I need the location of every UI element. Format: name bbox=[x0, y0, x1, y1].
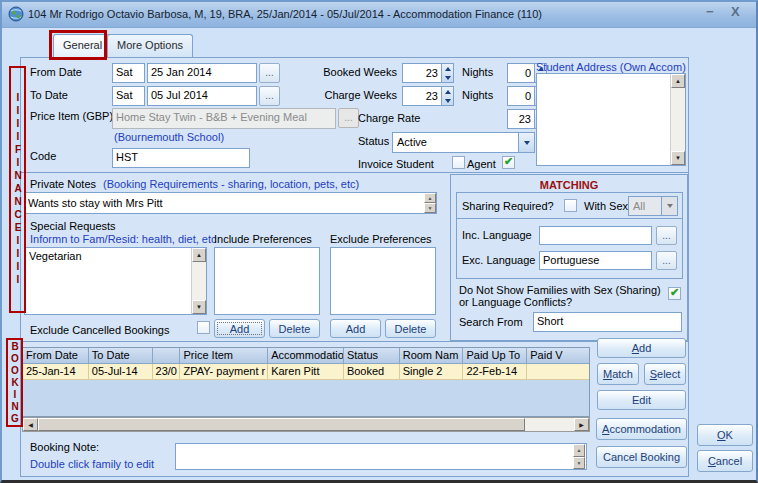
exclude-preferences-list[interactable] bbox=[330, 247, 436, 315]
language-box: Inc. Language ... Exc. Language Portugue… bbox=[456, 219, 683, 279]
spin-buttons-icon[interactable] bbox=[441, 63, 454, 83]
sharing-required-label: Sharing Required? bbox=[462, 200, 554, 212]
cell-paid-up-to: 22-Feb-14 bbox=[463, 364, 527, 380]
booking-note-spinner[interactable]: ▲ ▼ bbox=[573, 444, 585, 469]
exclude-cancelled-label: Exclude Cancelled Bookings bbox=[30, 324, 169, 336]
exc-language-picker-button[interactable]: ... bbox=[656, 251, 677, 270]
booked-nights-label: Nights bbox=[462, 66, 493, 78]
table-horizontal-scrollbar[interactable]: ◀ ▶ bbox=[22, 417, 590, 432]
spin-buttons-icon[interactable] bbox=[441, 86, 454, 106]
invoice-student-checkbox[interactable] bbox=[452, 156, 465, 169]
column-header[interactable]: Paid V bbox=[527, 348, 589, 364]
booked-weeks-label: Booked Weeks bbox=[305, 66, 397, 78]
accommodation-button[interactable]: Accommodation bbox=[596, 418, 687, 440]
chevron-down-icon bbox=[661, 197, 677, 215]
bookings-table[interactable]: From Date To Date Price Item Accommodati… bbox=[22, 347, 590, 417]
to-date-field[interactable]: 05 Jul 2014 bbox=[147, 86, 257, 106]
from-day-field[interactable]: Sat bbox=[112, 63, 145, 83]
select-button[interactable]: Select bbox=[644, 363, 686, 385]
column-header[interactable]: Paid Up To bbox=[463, 348, 527, 364]
booking-add-button[interactable]: Add bbox=[597, 338, 686, 358]
from-date-field[interactable]: 25 Jan 2014 bbox=[147, 63, 257, 83]
booking-side-annotation: BOOKING bbox=[6, 338, 23, 427]
scroll-up-icon[interactable]: ▲ bbox=[424, 193, 436, 203]
column-header[interactable] bbox=[153, 348, 181, 364]
accommodation-finance-window: 104 Mr Rodrigo Octavio Barbosa, M, 19, B… bbox=[0, 0, 758, 483]
with-sex-dropdown[interactable]: All bbox=[628, 196, 678, 216]
vertical-scrollbar[interactable]: ▲ ▼ bbox=[191, 248, 206, 314]
include-preferences-list[interactable] bbox=[214, 247, 320, 315]
section-divider-top bbox=[20, 172, 689, 173]
code-field[interactable]: HST bbox=[112, 148, 250, 168]
column-header[interactable]: From Date bbox=[23, 348, 89, 364]
close-icon[interactable]: X bbox=[731, 4, 740, 19]
status-dropdown[interactable]: Active bbox=[392, 132, 535, 153]
status-label: Status bbox=[358, 135, 389, 147]
conflict-checkbox[interactable] bbox=[668, 287, 681, 300]
matching-panel: MATCHING Sharing Required? With Sex All … bbox=[450, 174, 688, 341]
tab-more-options[interactable]: More Options bbox=[107, 34, 193, 57]
to-date-picker-button[interactable]: ... bbox=[259, 86, 280, 106]
booking-note-field[interactable] bbox=[175, 443, 587, 470]
from-date-picker-button[interactable]: ... bbox=[259, 63, 280, 83]
price-item-picker-button[interactable]: ... bbox=[338, 108, 359, 128]
scroll-right-icon[interactable]: ▶ bbox=[574, 418, 589, 431]
cancel-button[interactable]: Cancel bbox=[697, 450, 753, 472]
conflict-label-line1: Do Not Show Families with Sex (Sharing) bbox=[459, 284, 661, 296]
include-delete-button[interactable]: Delete bbox=[269, 319, 320, 338]
scroll-down-icon[interactable]: ▼ bbox=[573, 457, 585, 470]
ok-button[interactable]: OK bbox=[697, 424, 753, 446]
scroll-left-icon[interactable]: ◀ bbox=[23, 418, 38, 431]
column-header[interactable]: Price Item bbox=[180, 348, 268, 364]
match-button[interactable]: Match bbox=[597, 363, 639, 385]
globe-icon bbox=[8, 6, 24, 22]
scroll-down-icon[interactable]: ▼ bbox=[671, 151, 685, 165]
search-from-field[interactable]: Short bbox=[533, 312, 682, 332]
column-header[interactable]: Room Nam bbox=[400, 348, 464, 364]
student-address-field[interactable]: ▲ ▼ bbox=[536, 73, 686, 166]
price-item-field: Home Stay Twin - B&B + Evening Meal bbox=[112, 108, 336, 129]
edit-button[interactable]: Edit bbox=[597, 390, 686, 410]
scroll-down-icon[interactable]: ▼ bbox=[424, 203, 436, 213]
scrollbar-thumb[interactable] bbox=[38, 418, 525, 431]
column-header[interactable]: Status bbox=[344, 348, 400, 364]
cell-from-date: 25-Jan-14 bbox=[23, 364, 89, 380]
charge-weeks-label: Charge Weeks bbox=[305, 89, 397, 101]
exc-language-label: Exc. Language bbox=[462, 254, 535, 266]
booked-weeks-spinner[interactable]: 23 bbox=[402, 63, 454, 83]
minimize-icon[interactable]: − bbox=[706, 4, 714, 19]
sharing-required-checkbox[interactable] bbox=[564, 199, 577, 212]
scroll-up-icon[interactable]: ▲ bbox=[671, 74, 685, 88]
charge-weeks-spinner[interactable]: 23 bbox=[402, 86, 454, 106]
scroll-up-icon[interactable]: ▲ bbox=[573, 444, 585, 457]
cancel-booking-button[interactable]: Cancel Booking bbox=[596, 446, 687, 468]
private-notes-hint: (Booking Requirements - sharing, locatio… bbox=[103, 178, 359, 190]
special-requests-field[interactable]: Vegetarian ▲ ▼ bbox=[24, 247, 207, 315]
private-notes-field[interactable]: Wants sto stay with Mrs Pitt bbox=[24, 192, 437, 214]
chevron-down-icon[interactable] bbox=[518, 133, 534, 152]
booking-note-hint: Double click family to edit bbox=[30, 458, 154, 470]
code-label: Code bbox=[30, 150, 56, 162]
private-notes-label: Private Notes bbox=[30, 178, 96, 190]
exclude-cancelled-checkbox[interactable] bbox=[197, 321, 210, 334]
inc-language-picker-button[interactable]: ... bbox=[656, 226, 677, 245]
exclude-delete-button[interactable]: Delete bbox=[385, 319, 436, 338]
vertical-scrollbar[interactable]: ▲ ▼ bbox=[670, 74, 685, 165]
scroll-up-icon[interactable]: ▲ bbox=[192, 248, 206, 262]
window-title: 104 Mr Rodrigo Octavio Barbosa, M, 19, B… bbox=[28, 8, 542, 20]
inc-language-field[interactable] bbox=[539, 226, 652, 245]
tab-general[interactable]: General bbox=[53, 34, 112, 57]
include-add-button[interactable]: Add bbox=[214, 319, 265, 338]
column-header[interactable]: To Date bbox=[89, 348, 153, 364]
price-item-label: Price Item (GBP) bbox=[30, 110, 113, 122]
exclude-add-button[interactable]: Add bbox=[330, 319, 381, 338]
to-day-field[interactable]: Sat bbox=[112, 86, 145, 106]
from-date-label: From Date bbox=[30, 66, 82, 78]
agent-checkbox[interactable] bbox=[502, 156, 515, 169]
exc-language-field[interactable]: Portuguese bbox=[539, 251, 652, 270]
column-header[interactable]: Accommodatio bbox=[268, 348, 344, 364]
charge-rate-label: Charge Rate bbox=[358, 112, 420, 124]
table-row[interactable]: 25-Jan-14 05-Jul-14 23/0 ZPAY- payment r… bbox=[23, 364, 589, 380]
scroll-down-icon[interactable]: ▼ bbox=[192, 300, 206, 314]
private-notes-spinner[interactable]: ▲ ▼ bbox=[424, 193, 436, 213]
